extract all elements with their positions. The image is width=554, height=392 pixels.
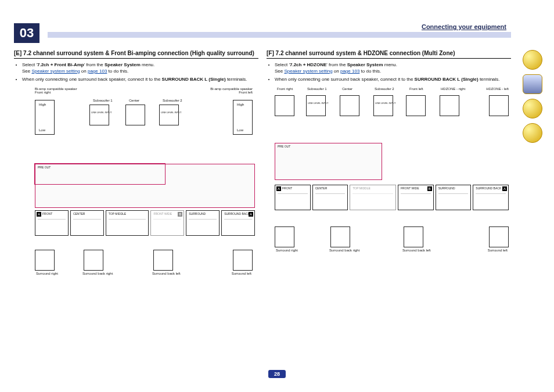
label-hz-r: HDZONE - right <box>441 87 465 91</box>
text: See <box>22 69 31 74</box>
column-e: [E] 7.2 channel surround system & Front … <box>14 50 258 279</box>
terminal-sb: SURROUND BACKA <box>473 185 509 210</box>
label-sr-r: Surround right <box>276 249 298 252</box>
speaker-sb-right <box>330 226 350 247</box>
label-low: Low <box>39 128 45 132</box>
label-line-level: LINE LEVEL INPUT <box>91 111 111 114</box>
label-t-tm: TOP MIDDLE <box>109 212 126 215</box>
subwoofer-1: LINE LEVEL INPUT <box>306 95 326 116</box>
header-rule <box>48 32 511 38</box>
speaker-center <box>340 95 359 116</box>
label-t-tm: TOP MIDDLE <box>352 186 370 190</box>
label-line-level: LINE LEVEL INPUT <box>161 111 181 114</box>
label-preout: PRE OUT <box>38 166 51 169</box>
label-low: Low <box>237 128 243 132</box>
speaker-center <box>125 105 145 125</box>
text: See <box>275 69 284 74</box>
label-line-level: LINE LEVEL INPUT <box>375 102 395 105</box>
terminal-surround: SURROUND <box>436 185 472 210</box>
tag-a: A <box>37 212 41 217</box>
text: to do this. <box>107 69 128 74</box>
terminal-frontwide: FRONT WIDEB <box>398 185 434 210</box>
terminal-surround: SURROUND <box>186 210 220 236</box>
text: Select ' <box>22 62 37 67</box>
label-biamp-l: Bi-amp compatible speaker Front left <box>210 87 253 94</box>
label-sub1: Subwoofer 1 <box>307 87 327 91</box>
diagram-f: Front right Subwoofer 1 Center Subwoofer… <box>267 87 511 279</box>
label-t-front: FRONT <box>42 212 52 215</box>
speaker-front-right: High Low <box>35 100 55 135</box>
text: Select ' <box>275 62 290 67</box>
label-center: Center <box>342 87 352 91</box>
label-preout: PRE OUT <box>278 145 290 148</box>
preout-panel: PRE OUT <box>35 164 255 208</box>
text: Speaker System <box>105 62 141 67</box>
col-e-bullets: Select '7.2ch + Front Bi-Amp' from the S… <box>14 62 258 82</box>
terminal-sb: SURROUND BACKA <box>221 210 255 236</box>
text: SURROUND BACK L (Single) <box>415 77 479 82</box>
speaker-surr-right <box>35 250 55 271</box>
link-page-103[interactable]: page 103 <box>340 69 359 74</box>
label-sr-r: Surround right <box>36 272 58 275</box>
label-t-sb: SURROUND BACK <box>224 212 250 215</box>
label-sub2: Subwoofer 2 <box>375 87 394 91</box>
text: When only connecting one surround back s… <box>275 77 415 82</box>
tools-icon[interactable] <box>523 123 542 143</box>
terminal-topmid: TOP MIDDLE <box>106 210 149 236</box>
page-number: 28 <box>268 370 286 378</box>
book-icon[interactable] <box>523 50 542 70</box>
speaker-sb-left <box>404 226 423 247</box>
text: on <box>80 69 88 74</box>
label-line-level: LINE LEVEL INPUT <box>308 102 328 105</box>
speaker-surr-left <box>489 226 509 247</box>
tag-a: A <box>276 186 281 191</box>
label-sr-l: Surround left <box>488 249 508 252</box>
terminal-frontwide: FRONT WIDEB <box>150 210 184 236</box>
list-item: When only connecting one surround back s… <box>22 77 258 83</box>
tag-b: B <box>427 186 432 191</box>
link-speaker-setting[interactable]: Speaker system setting <box>31 69 80 74</box>
speaker-surr-left <box>233 250 253 271</box>
chapter-badge: 03 <box>14 23 39 43</box>
link-page-103[interactable]: page 103 <box>88 69 107 74</box>
speaker-sb-right <box>84 250 103 271</box>
list-item: Select '7.2ch + HDZONE' from the Speaker… <box>275 62 511 75</box>
terminal-front: AFRONT <box>35 210 69 236</box>
speaker-sb-left <box>153 250 173 271</box>
label-hz-l: HDZONE - left <box>486 87 509 91</box>
label-sb-l: Surround back left <box>152 272 181 275</box>
label-center: Center <box>129 99 139 102</box>
speaker-surr-right <box>275 226 294 247</box>
column-f: [F] 7.2 channel surround system & HDZONE… <box>267 50 511 279</box>
speaker-front-left: High Low <box>233 100 253 135</box>
section-title: Connecting your equipment <box>422 23 506 30</box>
text: 7.2ch + HDZONE <box>290 62 326 67</box>
label-t-center: CENTER <box>73 212 85 215</box>
text: 7.2ch + Front Bi-Amp <box>37 62 84 67</box>
label-high: High <box>39 103 46 106</box>
screen-icon[interactable] <box>523 74 542 94</box>
help-icon[interactable] <box>523 99 542 118</box>
text: When only connecting one surround back s… <box>22 77 162 82</box>
col-f-heading: [F] 7.2 channel surround system & HDZONE… <box>267 50 511 59</box>
label-t-center: CENTER <box>315 186 328 190</box>
label-biamp-r: Bi-amp compatible speaker Front right <box>35 87 77 94</box>
link-speaker-setting[interactable]: Speaker system setting <box>284 69 332 74</box>
speaker-hz-r <box>440 95 459 116</box>
text: on <box>333 69 340 74</box>
text: to do this. <box>359 69 381 74</box>
label-high: High <box>237 103 244 106</box>
tag-b: B <box>178 212 182 217</box>
label-t-fw: FRONT WIDE <box>401 186 419 190</box>
speaker-front-right <box>275 95 294 116</box>
tag-a2: A <box>249 212 253 217</box>
label-sb-r: Surround back right <box>82 272 113 275</box>
label-t-fw: FRONT WIDE <box>153 212 172 215</box>
subwoofer-1: LINE LEVEL INPUT <box>89 105 109 125</box>
label-sub1: Subwoofer 1 <box>93 99 113 102</box>
text: menu. <box>383 62 397 67</box>
terminal-row: AFRONT CENTER TOP MIDDLE FRONT WIDEB SUR… <box>35 210 255 236</box>
subwoofer-2: LINE LEVEL INPUT <box>159 105 179 125</box>
preout-panel: PRE OUT <box>275 143 382 180</box>
speaker-hz-l <box>489 95 509 116</box>
